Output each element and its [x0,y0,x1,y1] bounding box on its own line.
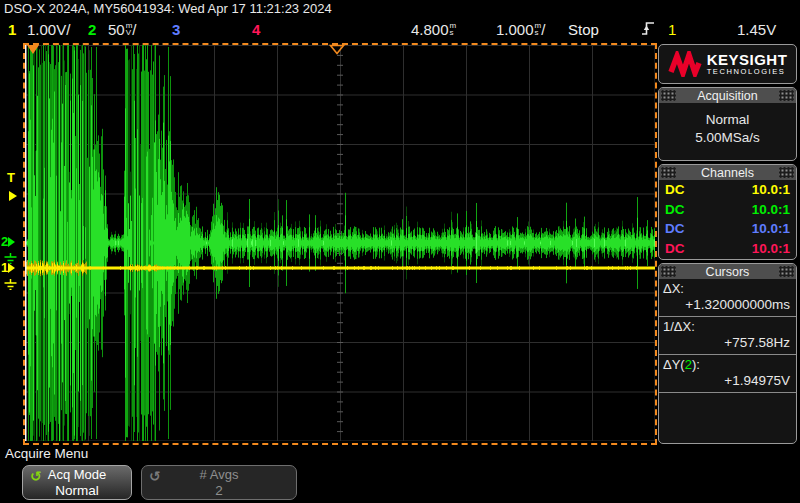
waveform-display [25,45,655,441]
time-reference-marker [27,45,39,54]
keysight-mark-icon [668,51,702,77]
channel1-ground-marker[interactable]: 1 [0,258,25,294]
status-ch3-number[interactable]: 3 [172,21,180,38]
trigger-source: 1 [668,21,676,38]
channel-row-3: DC 10.0:1 [659,219,796,239]
grip-icon [661,167,676,178]
ground-icon [3,279,18,290]
status-ch2-scale[interactable]: 50mV/ [108,21,137,38]
status-ch1-scale[interactable]: 1.00V/ [27,21,70,38]
title-bar: DSO-X 2024A, MY56041934: Wed Apr 17 11:2… [0,0,800,17]
channel-row-1: DC 10.0:1 [659,180,796,200]
num-avgs-button[interactable]: ↺ # Avgs 2 [141,465,297,500]
brand-name: KEYSIGHT [707,52,788,67]
channel-row-4: DC 10.0:1 [659,239,796,259]
grip-icon [661,90,676,101]
channels-panel-header: Channels [659,165,796,180]
cursors-panel: Cursors ΔX: +1.320000000ms 1/ΔX: +757.58… [658,263,797,444]
cycle-icon: ↺ [149,468,161,484]
timebase-readout: 1.000ms/ [496,21,545,38]
cursors-panel-header: Cursors [659,264,796,279]
cursor-inv-dx: 1/ΔX: +757.58Hz [659,317,796,355]
run-state-badge: Stop [568,21,599,38]
status-ch1-number[interactable]: 1 [8,21,16,38]
sample-rate: 5.00MSa/s [659,129,796,147]
grip-icon [779,266,794,277]
instrument-title: DSO-X 2024A, MY56041934: Wed Apr 17 11:2… [4,1,332,16]
grip-icon [779,90,794,101]
trigger-level-marker[interactable]: T [0,172,25,204]
cycle-icon: ↺ [30,468,42,484]
channel-row-2: DC 10.0:1 [659,200,796,220]
brand-sub: TECHNOLOGIES [707,67,788,76]
status-ch4-number[interactable]: 4 [252,21,260,38]
trigger-level: 1.45V [737,21,776,38]
cursor-dx: ΔX: +1.320000000ms [659,279,796,317]
status-ch2-number[interactable]: 2 [88,21,96,38]
status-bar: 1 1.00V/ 2 50mV/ 3 4 4.800ms 1.000ms/ St… [0,17,800,43]
acq-mode-button[interactable]: ↺ Acq Mode Normal [22,465,132,500]
grip-icon [661,266,676,277]
softkey-menu-title: Acquire Menu [5,446,88,461]
cursor-dy-channel: 2 [685,357,692,372]
cursor-dy: ΔY(2): +1.94975V [659,355,796,393]
sidebar: KEYSIGHT TECHNOLOGIES Acquisition Normal… [658,44,797,447]
acquisition-panel: Acquisition Normal 5.00MSa/s [658,87,797,161]
acquisition-panel-header: Acquisition [659,88,796,103]
trigger-edge-icon [641,20,655,40]
acquisition-mode: Normal [659,111,796,129]
keysight-logo: KEYSIGHT TECHNOLOGIES [658,44,797,84]
channels-panel: Channels DC 10.0:1 DC 10.0:1 DC 10.0:1 D… [658,164,797,260]
trigger-position-marker [329,44,345,55]
grip-icon [779,167,794,178]
delay-readout: 4.800ms [411,21,456,38]
